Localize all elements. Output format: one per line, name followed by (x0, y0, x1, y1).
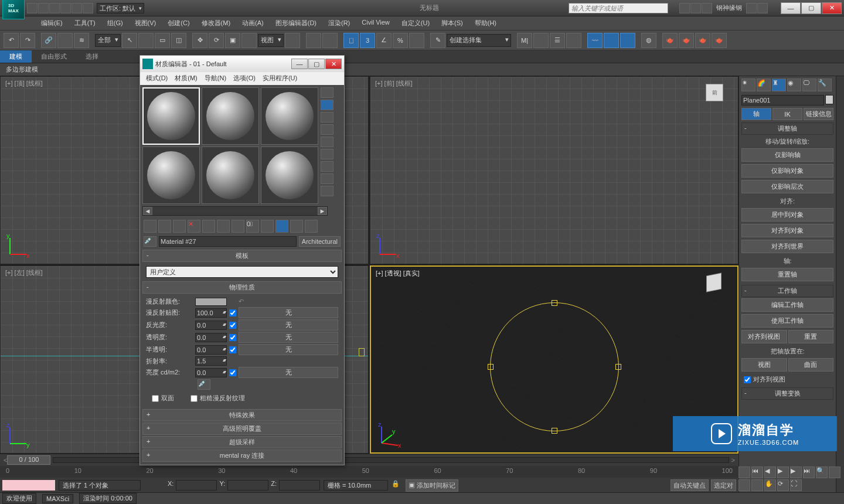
rollout-mentalray[interactable]: +mental ray 连接 (142, 449, 342, 462)
keyboard-shortcut-button[interactable] (322, 33, 338, 48)
qat-project-icon[interactable] (83, 3, 93, 13)
selection-gizmo[interactable] (490, 302, 619, 431)
viewport-label-perspective[interactable]: [+] [透视] [真实] (376, 269, 420, 278)
diffuse-map-checkbox[interactable] (229, 309, 236, 316)
material-id-icon[interactable]: 0⃣ (246, 220, 259, 233)
translucency-spinner[interactable]: 0.0▴▾ (195, 345, 227, 355)
show-map-icon[interactable] (261, 220, 274, 233)
menu-group[interactable]: 组(G) (101, 16, 129, 30)
menu-edit[interactable]: 编辑(E) (35, 16, 69, 30)
bind-icon[interactable]: ≋ (74, 33, 89, 48)
align-to-world-button[interactable]: 对齐到世界 (741, 240, 833, 253)
command-panel-scrollbar[interactable] (836, 76, 844, 492)
linkinfo-tab-button[interactable]: 链接信息 (804, 108, 833, 120)
select-object-button[interactable]: ↖ (122, 33, 137, 48)
modify-tab-icon[interactable]: 🌈 (757, 79, 771, 91)
place-surface-button[interactable]: 曲面 (788, 358, 834, 372)
shininess-checkbox[interactable] (229, 322, 236, 329)
align-button[interactable] (533, 33, 549, 48)
unlink-icon[interactable] (57, 33, 73, 48)
align-to-object-button[interactable]: 对齐到对象 (741, 224, 833, 237)
coord-y-field[interactable] (227, 480, 268, 491)
time-slider-handle[interactable]: 0 / 100 (7, 455, 50, 465)
viewport-label-top[interactable]: [+] [顶] [线框] (5, 79, 43, 88)
select-by-name-button[interactable] (138, 33, 154, 48)
angle-snap-button[interactable]: 3 (360, 33, 375, 48)
reset-button[interactable]: 重置 (788, 330, 834, 343)
diffuse-color-swatch[interactable] (195, 298, 227, 306)
prev-frame-button[interactable]: ◀ (764, 466, 776, 478)
mateditor-close-button[interactable]: ✕ (325, 59, 342, 69)
selection-set-dropdown[interactable]: 创建选择集 (447, 34, 511, 47)
sample-uv-icon[interactable] (321, 124, 333, 135)
menu-help[interactable]: 帮助(H) (469, 16, 502, 30)
qat-open-icon[interactable] (38, 3, 49, 13)
go-forward-icon[interactable] (305, 220, 318, 233)
window-minimize-button[interactable]: — (781, 2, 801, 14)
material-slot-5[interactable] (202, 147, 259, 204)
viewport-front[interactable]: [+] [前] [线框] 前 zx (370, 76, 738, 264)
reset-icon[interactable]: ↶ (229, 298, 253, 306)
transparency-checkbox[interactable] (229, 334, 236, 341)
two-sided-checkbox[interactable]: 双面 (149, 393, 176, 404)
redo-button[interactable]: ↷ (20, 33, 35, 48)
qat-new-icon[interactable] (27, 3, 38, 13)
signin-icon[interactable] (702, 3, 712, 13)
make-copy-icon[interactable] (202, 220, 215, 233)
material-slot-4[interactable] (142, 147, 200, 204)
material-name-field[interactable] (159, 236, 297, 247)
menu-modifiers[interactable]: 修改器(M) (196, 16, 237, 30)
background-icon[interactable] (321, 112, 333, 122)
utilities-tab-icon[interactable]: 🔧 (818, 79, 832, 91)
menu-civilview[interactable]: Civil View (356, 16, 395, 30)
placement-button[interactable] (241, 33, 257, 48)
named-selection-sets-button[interactable]: ✎ (430, 33, 445, 48)
place-view-button[interactable]: 视图 (741, 358, 787, 372)
video-color-icon[interactable] (321, 137, 333, 147)
lock-icon[interactable]: 🔒 (392, 480, 402, 491)
go-to-parent-icon[interactable] (290, 220, 303, 233)
move-button[interactable]: ✥ (192, 33, 207, 48)
ribbon-tab-modeling[interactable]: 建模 (0, 50, 32, 63)
luminance-map-button[interactable]: 无 (239, 367, 338, 378)
viewcube[interactable]: 前 (697, 80, 732, 110)
goto-start-button[interactable]: ⏮ (751, 466, 763, 478)
luminance-spinner[interactable]: 0.0▴▾ (195, 368, 227, 377)
material-slot-3[interactable] (261, 87, 318, 145)
matmenu-options[interactable]: 选项(O) (230, 72, 259, 85)
select-region-button[interactable]: ▭ (155, 33, 170, 48)
display-tab-icon[interactable]: 🖵 (802, 79, 816, 91)
play-button[interactable]: ▶ (777, 466, 789, 478)
select-manipulate-button[interactable] (306, 33, 321, 48)
show-end-result-icon[interactable] (275, 220, 288, 233)
next-frame-button[interactable]: ▶ (790, 466, 802, 478)
fov-button[interactable] (751, 479, 763, 491)
add-time-tag-button[interactable]: ▣ 添加时间标记 (406, 479, 458, 492)
ribbon-panel-label[interactable]: 多边形建模 (0, 63, 844, 76)
material-editor-button[interactable]: ◍ (641, 33, 656, 48)
render-frame-button[interactable]: 🫖 (679, 33, 694, 48)
material-slot-2[interactable] (202, 87, 259, 145)
selected-button[interactable]: 选定对 (711, 479, 736, 491)
rollout-working-pivot[interactable]: -工作轴 (741, 285, 833, 297)
auto-key-button[interactable]: 自动关键点 (671, 479, 709, 491)
infocenter-search[interactable] (569, 3, 668, 13)
viewport-label-front[interactable]: [+] [前] [线框] (375, 79, 413, 88)
pick-material-icon[interactable]: 💉 (144, 236, 156, 247)
coord-x-field[interactable] (176, 480, 217, 491)
options-icon[interactable] (321, 161, 333, 172)
rollout-physical[interactable]: -物理性质 (142, 281, 342, 294)
ik-tab-button[interactable]: IK (772, 108, 802, 120)
menu-maxscript[interactable]: 脚本(S) (435, 16, 469, 30)
put-to-library-icon[interactable] (232, 220, 244, 233)
affect-object-button[interactable]: 仅影响对象 (741, 164, 833, 178)
maxscript-label[interactable]: MAXSci (42, 494, 73, 503)
make-preview-icon[interactable] (321, 149, 333, 159)
template-dropdown[interactable]: 用户定义 (146, 266, 338, 278)
selection-filter-dropdown[interactable]: 全部 (95, 34, 121, 47)
reset-map-icon[interactable]: ✕ (188, 220, 200, 233)
help-icon[interactable] (757, 3, 768, 13)
pivot-tab-button[interactable]: 轴 (741, 108, 771, 120)
transparency-spinner[interactable]: 0.0▴▾ (195, 333, 227, 342)
rollout-adjust-pivot[interactable]: -调整轴 (741, 122, 833, 135)
